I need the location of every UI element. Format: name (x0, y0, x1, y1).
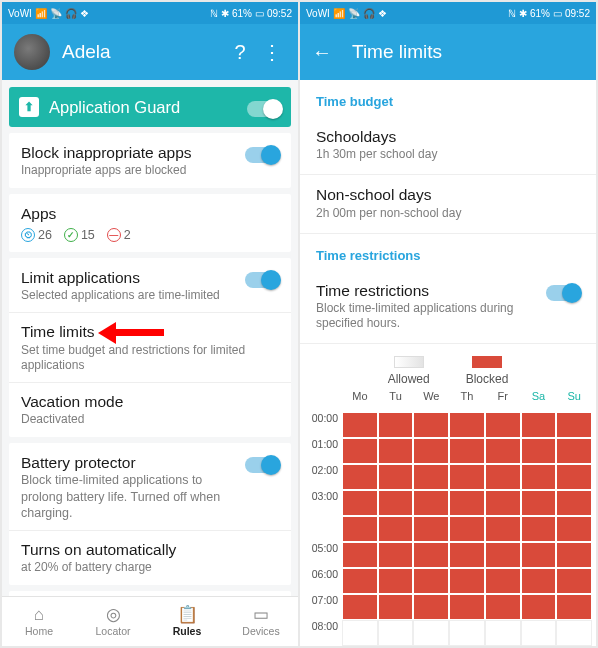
grid-row[interactable] (342, 620, 592, 646)
grid-cell[interactable] (378, 620, 414, 646)
block-inappropriate-toggle[interactable] (245, 147, 279, 163)
grid-cell[interactable] (449, 516, 485, 542)
grid-row[interactable] (342, 412, 592, 438)
grid-cell[interactable] (521, 516, 557, 542)
grid-cell[interactable] (556, 438, 592, 464)
grid-cell[interactable] (449, 594, 485, 620)
grid-cell[interactable] (485, 542, 521, 568)
battery-protector-row[interactable]: Battery protector Block time-limited app… (21, 453, 279, 521)
grid-cell[interactable] (521, 464, 557, 490)
time-restrictions-toggle[interactable] (546, 285, 580, 301)
grid-cell[interactable] (342, 438, 378, 464)
grid-cell[interactable] (556, 412, 592, 438)
time-restrictions-row[interactable]: Time restrictions Block time-limited app… (300, 271, 596, 344)
content-scroll[interactable]: Time budget Schooldays 1h 30m per school… (300, 80, 596, 646)
grid-cell[interactable] (521, 412, 557, 438)
grid-cell[interactable] (413, 412, 449, 438)
grid-cell[interactable] (449, 542, 485, 568)
content-scroll[interactable]: ⬆ Application Guard Block inappropriate … (2, 80, 298, 596)
grid-cell[interactable] (556, 568, 592, 594)
grid-cell[interactable] (485, 438, 521, 464)
nav-home[interactable]: ⌂Home (2, 597, 76, 646)
grid-cell[interactable] (556, 594, 592, 620)
nonschool-row[interactable]: Non-school days 2h 00m per non-school da… (300, 175, 596, 233)
grid-cell[interactable] (521, 568, 557, 594)
grid-cell[interactable] (378, 568, 414, 594)
grid-cell[interactable] (378, 542, 414, 568)
grid-row[interactable] (342, 568, 592, 594)
back-icon[interactable]: ← (312, 41, 332, 64)
grid-cell[interactable] (556, 620, 592, 646)
grid-cell[interactable] (485, 568, 521, 594)
grid-cell[interactable] (485, 464, 521, 490)
limit-applications-row[interactable]: Limit applications Selected applications… (21, 268, 279, 303)
menu-icon[interactable]: ⋮ (258, 40, 286, 64)
grid-cell[interactable] (449, 464, 485, 490)
grid-cell[interactable] (521, 438, 557, 464)
grid-cell[interactable] (449, 490, 485, 516)
grid-cell[interactable] (521, 620, 557, 646)
grid-cell[interactable] (413, 542, 449, 568)
grid-cell[interactable] (449, 568, 485, 594)
grid-cell[interactable] (342, 594, 378, 620)
limit-applications-toggle[interactable] (245, 272, 279, 288)
grid-cell[interactable] (449, 412, 485, 438)
grid-cell[interactable] (521, 490, 557, 516)
grid-cell[interactable] (342, 412, 378, 438)
grid-cell[interactable] (342, 516, 378, 542)
grid-row[interactable] (342, 516, 592, 542)
grid-cell[interactable] (342, 490, 378, 516)
schedule-grid[interactable]: 00:00 01:00 02:00 03:00 05:00 06:00 07:0… (300, 390, 596, 646)
time-limits-row[interactable]: Time limits Set time budget and restrict… (21, 322, 279, 372)
grid-cell[interactable] (556, 516, 592, 542)
nav-rules[interactable]: 📋Rules (150, 597, 224, 646)
nav-locator[interactable]: ◎Locator (76, 597, 150, 646)
grid-cell[interactable] (342, 464, 378, 490)
application-guard-toggle[interactable] (247, 101, 281, 117)
grid-cell[interactable] (413, 490, 449, 516)
battery-protector-toggle[interactable] (245, 457, 279, 473)
grid-cell[interactable] (485, 594, 521, 620)
grid-row[interactable] (342, 464, 592, 490)
grid-cell[interactable] (378, 464, 414, 490)
grid-cell[interactable] (413, 516, 449, 542)
grid-row[interactable] (342, 594, 592, 620)
grid-cell[interactable] (521, 594, 557, 620)
apps-row[interactable]: Apps ⏲26 ✓15 —2 (9, 194, 291, 251)
grid-cell[interactable] (413, 438, 449, 464)
grid-cell[interactable] (485, 620, 521, 646)
avatar[interactable] (14, 34, 50, 70)
grid-row[interactable] (342, 438, 592, 464)
vacation-mode-row[interactable]: Vacation mode Deactivated (21, 392, 279, 427)
grid-cell[interactable] (485, 490, 521, 516)
grid-cell[interactable] (521, 542, 557, 568)
grid-cell[interactable] (556, 490, 592, 516)
grid-cell[interactable] (342, 568, 378, 594)
grid-cell[interactable] (413, 464, 449, 490)
grid-cell[interactable] (378, 438, 414, 464)
nav-devices[interactable]: ▭Devices (224, 597, 298, 646)
grid-cell[interactable] (413, 620, 449, 646)
application-guard-banner[interactable]: ⬆ Application Guard (9, 87, 291, 127)
grid-cell[interactable] (378, 594, 414, 620)
grid-cell[interactable] (556, 542, 592, 568)
grid-cell[interactable] (378, 412, 414, 438)
grid-cell[interactable] (485, 516, 521, 542)
block-inappropriate-row[interactable]: Block inappropriate apps Inappropriate a… (9, 133, 291, 188)
grid-cell[interactable] (413, 594, 449, 620)
help-icon[interactable]: ? (226, 41, 254, 64)
grid-body[interactable] (342, 412, 592, 646)
grid-cell[interactable] (342, 542, 378, 568)
grid-cell[interactable] (378, 490, 414, 516)
grid-cell[interactable] (378, 516, 414, 542)
grid-cell[interactable] (449, 620, 485, 646)
grid-row[interactable] (342, 490, 592, 516)
grid-cell[interactable] (485, 412, 521, 438)
grid-row[interactable] (342, 542, 592, 568)
grid-cell[interactable] (413, 568, 449, 594)
grid-cell[interactable] (342, 620, 378, 646)
schooldays-row[interactable]: Schooldays 1h 30m per school day (300, 117, 596, 175)
auto-on-row[interactable]: Turns on automatically at 20% of battery… (21, 540, 279, 575)
grid-cell[interactable] (556, 464, 592, 490)
grid-cell[interactable] (449, 438, 485, 464)
